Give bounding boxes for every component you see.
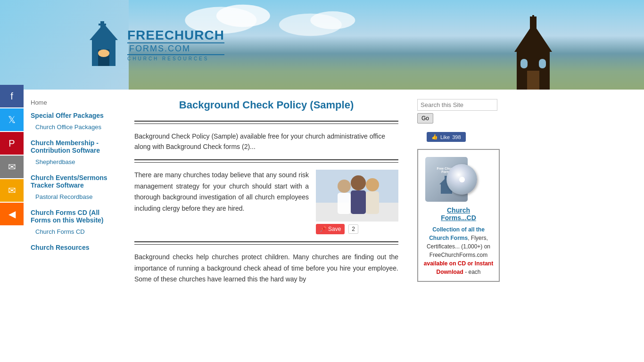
svg-point-23 [351, 175, 366, 190]
svg-rect-7 [520, 59, 528, 68]
cd-description: Collection of all the Church Forms, Flye… [423, 225, 494, 276]
nav-forms-cd[interactable]: Church Forms CD [31, 227, 116, 237]
cd-disc [446, 164, 477, 195]
search-input[interactable] [417, 99, 497, 111]
pinterest-share-button[interactable]: P [0, 132, 24, 155]
right-sidebar: Go 👍 Like 398 Free ChurchForms [413, 90, 504, 295]
home-link[interactable]: Home [31, 99, 47, 106]
svg-rect-16 [99, 24, 106, 25]
email-icon: ✉ [8, 161, 16, 173]
main-content-area: Background Check Policy (Sample) Backgro… [120, 90, 413, 295]
svg-point-18 [98, 49, 109, 57]
twitter-icon: 𝕏 [8, 114, 16, 125]
cd-collection-text: Collection of all the Church Forms [429, 226, 485, 241]
cd-availability-text: available on CD or Instant Download [424, 260, 493, 275]
svg-point-25 [366, 178, 379, 191]
svg-rect-8 [539, 59, 546, 68]
body-text-2: Background checks help churches protect … [134, 252, 398, 285]
people-image [316, 170, 398, 222]
twitter-share-button[interactable]: 𝕏 [0, 108, 24, 131]
cd-product-link[interactable]: ChurchForms...CD [423, 206, 494, 222]
svg-point-21 [338, 180, 351, 193]
main-container: Home Special Offer Packages Church Offic… [0, 90, 644, 295]
logo-main-text: FREECHURCH [127, 28, 224, 43]
logo-icon [85, 21, 123, 68]
top-divider2 [134, 123, 398, 124]
sms-icon: ✉ [8, 185, 16, 196]
nav-membership-title[interactable]: Church Membership -Contribution Software [31, 139, 116, 154]
nav-church-office[interactable]: Church Office Packages [31, 122, 116, 132]
cd-disc-hole [459, 177, 465, 182]
top-divider [134, 121, 398, 122]
nav-events-title[interactable]: Church Events/SermonsTracker Software [31, 174, 116, 189]
facebook-thumb-icon: 👍 [431, 134, 438, 140]
save-icon: 📌 [320, 226, 327, 232]
logo-dotcom-text: FORMS.COM [127, 42, 224, 55]
svg-rect-24 [351, 190, 366, 214]
svg-rect-26 [366, 191, 379, 214]
save-area: 📌 Save 2 [316, 224, 358, 234]
svg-rect-6 [527, 71, 539, 90]
people-illustration [316, 170, 398, 222]
section-divider2 [134, 244, 398, 245]
svg-rect-5 [530, 17, 537, 19]
content-block-1: There are many churches today believe th… [134, 170, 398, 234]
search-go-button[interactable]: Go [417, 113, 433, 123]
sms-share-button[interactable]: ✉ [0, 179, 24, 202]
header-banner: FREECHURCH FORMS.COM CHURCH RESOURCES [0, 0, 644, 90]
svg-rect-15 [100, 21, 104, 31]
nav-forms-cd-title[interactable]: Church Forms CD (AllForms on this Websit… [31, 209, 116, 224]
nav-church-resources[interactable]: Church Resources [31, 244, 116, 251]
share-icon: ◀ [8, 208, 16, 220]
fb-like-count: 398 [452, 134, 461, 140]
facebook-like-button[interactable]: 👍 Like 398 [427, 132, 466, 142]
svg-point-12 [311, 11, 355, 29]
intro-paragraph: Background Check Policy (Sample) availab… [134, 131, 398, 152]
cd-suffix-text: - each [465, 269, 480, 275]
nav-pastoral[interactable]: Pastoral Recordbase [31, 192, 116, 202]
mid-divider [134, 159, 398, 160]
logo-text-container: FREECHURCH FORMS.COM CHURCH RESOURCES [127, 28, 224, 62]
section-divider [134, 241, 398, 242]
body-text-1: There are many churches today believe th… [134, 170, 309, 234]
email-share-button[interactable]: ✉ [0, 156, 24, 178]
facebook-share-button[interactable]: f [0, 85, 24, 107]
nav-shepherdbase[interactable]: Shepherdbase [31, 157, 116, 167]
save-count: 2 [348, 224, 358, 234]
facebook-icon: f [10, 91, 13, 102]
logo-subtitle-text: CHURCH RESOURCES [127, 56, 224, 61]
cd-artwork: Free ChurchForms [423, 155, 479, 206]
breadcrumb: Home [31, 99, 116, 106]
church-silhouette-icon [488, 14, 573, 90]
save-label: Save [328, 226, 341, 232]
fb-like-label: Like [440, 134, 450, 140]
social-sidebar: f 𝕏 P ✉ ✉ ◀ [0, 85, 24, 225]
svg-point-10 [216, 5, 270, 27]
nav-special-offer[interactable]: Special Offer Packages [31, 112, 116, 119]
search-box: Go [417, 99, 500, 123]
cd-product-box: Free ChurchForms ChurchForms...CD Collec… [417, 149, 500, 282]
page-title: Background Check Policy (Sample) [134, 99, 398, 111]
logo-area[interactable]: FREECHURCH FORMS.COM CHURCH RESOURCES [85, 21, 224, 68]
mid-divider2 [134, 162, 398, 163]
svg-rect-22 [338, 193, 351, 214]
left-navigation: Home Special Offer Packages Church Offic… [26, 90, 120, 295]
share-button[interactable]: ◀ [0, 203, 24, 225]
save-button[interactable]: 📌 Save [316, 224, 345, 234]
pinterest-icon: P [8, 138, 15, 149]
